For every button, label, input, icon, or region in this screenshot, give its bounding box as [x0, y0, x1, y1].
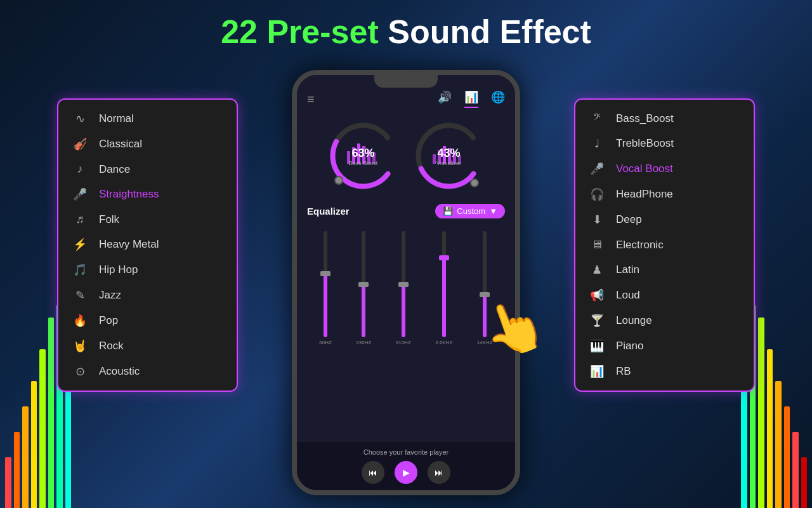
play-icon: ▶: [403, 467, 410, 478]
right-item-bass-boost[interactable]: 𝄢 Bass_Boost: [575, 106, 754, 131]
sliders-row: 60HZ 230HZ: [307, 225, 505, 352]
dance-label: Dance: [99, 163, 130, 176]
phone-frame: ≡ 🔊 📊 🌐: [292, 70, 520, 495]
right-item-deep[interactable]: ⬇ Deep: [575, 207, 754, 232]
slider-910hz-thumb[interactable]: [398, 282, 409, 287]
next-button[interactable]: ⏭: [428, 461, 450, 484]
left-item-classical[interactable]: 🎻 Classical: [58, 131, 237, 157]
left-item-acoustic[interactable]: ⊙ Acoustic: [58, 359, 237, 384]
left-item-normal[interactable]: ∿ Normal: [58, 106, 237, 131]
dropdown-arrow-icon: ▼: [489, 206, 497, 216]
slider-14khz-thumb[interactable]: [480, 292, 490, 297]
rock-label: Rock: [99, 340, 124, 352]
folk-label: Folk: [99, 213, 119, 226]
slider-230hz-thumb[interactable]: [358, 282, 369, 287]
page-title: 22 Pre-set Sound Effect: [0, 13, 812, 51]
gauge2-name: Visualizer: [436, 159, 461, 166]
right-item-vocal-boost[interactable]: 🎤 Vocal Boost: [575, 156, 754, 182]
bass-boost-gauge: 63% Bass Boost: [327, 119, 400, 192]
slider-26khz: 2.6KHZ: [435, 231, 452, 345]
vocal-boost-icon: 🎤: [588, 162, 606, 176]
slider-60hz-track[interactable]: [324, 231, 327, 337]
bass-boost-icon: 𝄢: [588, 112, 606, 125]
settings-icon[interactable]: 🌐: [491, 90, 505, 108]
right-item-lounge[interactable]: 🍸 Lounge: [575, 308, 754, 333]
next-icon: ⏭: [435, 467, 443, 478]
electronic-label: Electronic: [616, 239, 664, 251]
left-item-folk[interactable]: ♬ Folk: [58, 207, 237, 232]
slider-14khz-label: 14KHZ: [477, 340, 493, 345]
dance-icon: ♪: [71, 163, 89, 176]
volume-icon[interactable]: 🔊: [438, 90, 452, 108]
eq-preset-dropdown[interactable]: 💾 Custom ▼: [435, 204, 505, 218]
jazz-label: Jazz: [99, 289, 121, 302]
prev-button[interactable]: ⏮: [362, 461, 384, 484]
eq-section: Equalizer 💾 Custom ▼ 60: [297, 199, 515, 442]
normal-label: Normal: [99, 112, 134, 125]
svg-rect-10: [433, 154, 436, 164]
bass-boost-label: Bass_Boost: [616, 112, 674, 125]
slider-230hz-track[interactable]: [362, 231, 365, 337]
classical-label: Classical: [99, 138, 142, 150]
pop-label: Pop: [99, 314, 118, 327]
left-item-dance[interactable]: ♪ Dance: [58, 157, 237, 182]
slider-60hz-thumb[interactable]: [320, 271, 331, 276]
left-item-pop[interactable]: 🔥 Pop: [58, 308, 237, 333]
vocal-boost-label: Vocal Boost: [616, 163, 673, 175]
loud-label: Loud: [616, 289, 640, 302]
title-white-text: Sound Effect: [379, 13, 591, 50]
right-item-electronic[interactable]: 🖥 Electronic: [575, 232, 754, 257]
left-item-heavy-metal[interactable]: ⚡ Heavy Metal: [58, 232, 237, 257]
right-item-rb[interactable]: 📊 RB: [575, 359, 754, 384]
folk-icon: ♬: [71, 213, 89, 226]
slider-910hz: 910HZ: [396, 231, 411, 345]
pop-icon: 🔥: [71, 314, 89, 328]
left-item-hip-hop[interactable]: 🎵 Hip Hop: [58, 257, 237, 283]
right-item-piano[interactable]: 🎹 Piano: [575, 333, 754, 359]
slider-14khz-track[interactable]: [483, 231, 487, 337]
latin-icon: ♟: [588, 263, 606, 277]
slider-230hz-fill: [362, 284, 365, 338]
right-item-loud[interactable]: 📢 Loud: [575, 283, 754, 308]
jazz-icon: ✎: [71, 288, 89, 302]
gauge2-label: 43% Visualizer: [436, 146, 461, 166]
lounge-label: Lounge: [616, 314, 652, 327]
classical-icon: 🎻: [71, 137, 89, 151]
rb-label: RB: [616, 365, 631, 378]
phone-bottom-bar: Choose your favorite player ⏮ ▶ ⏭: [297, 442, 515, 490]
left-item-straightness[interactable]: 🎤 Straightness: [58, 182, 237, 207]
right-item-treble-boost[interactable]: ♩ TrebleBoost: [575, 131, 754, 156]
phone-screen: ≡ 🔊 📊 🌐: [297, 75, 515, 490]
slider-26khz-track[interactable]: [442, 231, 446, 337]
prev-icon: ⏮: [369, 467, 377, 478]
slider-60hz: 60HZ: [319, 231, 332, 345]
slider-14khz-fill: [483, 295, 487, 337]
left-item-rock[interactable]: 🤘 Rock: [58, 333, 237, 359]
slider-26khz-thumb[interactable]: [439, 255, 449, 260]
slider-910hz-track[interactable]: [402, 231, 405, 337]
left-item-jazz[interactable]: ✎ Jazz: [58, 283, 237, 308]
menu-icon[interactable]: ≡: [307, 92, 315, 107]
straightness-label: Straightness: [99, 188, 159, 201]
right-item-headphone[interactable]: 🎧 HeadPhone: [575, 182, 754, 207]
piano-icon: 🎹: [588, 339, 606, 353]
acoustic-label: Acoustic: [99, 365, 140, 378]
gauges-row: 63% Bass Boost: [297, 113, 515, 199]
rb-icon: 📊: [588, 364, 606, 378]
latin-label: Latin: [616, 264, 639, 276]
slider-910hz-label: 910HZ: [396, 340, 411, 345]
hip-hop-label: Hip Hop: [99, 264, 138, 276]
slider-14khz: 14KHZ: [477, 231, 493, 345]
eq-preset-label: Custom: [457, 206, 485, 216]
slider-60hz-fill: [324, 274, 327, 337]
deep-icon: ⬇: [588, 213, 606, 227]
visualizer-gauge: 43% Visualizer: [412, 119, 485, 192]
eq-header: Equalizer 💾 Custom ▼: [307, 204, 505, 218]
heavy-metal-icon: ⚡: [71, 237, 89, 251]
play-button[interactable]: ▶: [395, 461, 417, 484]
treble-boost-label: TrebleBoost: [616, 137, 674, 150]
equalizer-tab-icon[interactable]: 📊: [464, 90, 478, 108]
heavy-metal-label: Heavy Metal: [99, 238, 159, 251]
right-item-latin[interactable]: ♟ Latin: [575, 257, 754, 283]
right-panel: 𝄢 Bass_Boost ♩ TrebleBoost 🎤 Vocal Boost…: [574, 98, 755, 392]
